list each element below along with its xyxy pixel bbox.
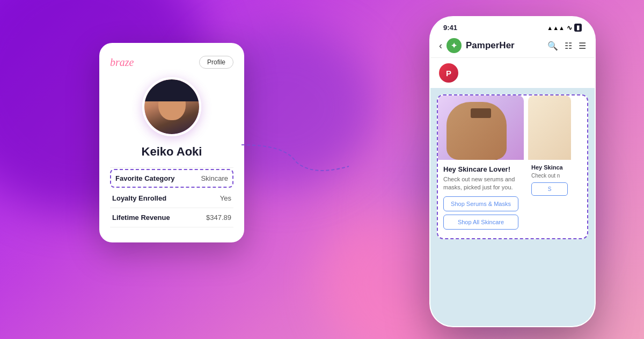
data-row-favorite-category: Favorite Category Skincare [110,169,233,188]
scene: braze Profile Keiko Aoki Favorite Catego… [0,0,644,339]
card-btn-skincare[interactable]: Shop All Skincare [443,215,518,230]
card-desc-1: Check out new serums and masks, picked j… [443,175,518,192]
signal-icon: ▲▲▲ [547,25,565,31]
status-time: 9:41 [443,24,457,32]
phone-mockup: 9:41 ▲▲▲ ∿ ▮ ‹ ✦ PamperHer 🔍 ☷ ☰ [429,16,596,327]
search-icon[interactable]: 🔍 [547,41,558,51]
status-bar: 9:41 ▲▲▲ ∿ ▮ [430,17,595,34]
card-image-1 [438,95,524,160]
row-label-favorite-category: Favorite Category [115,174,175,182]
grid-icon[interactable]: ☷ [565,41,572,51]
data-row-revenue: Lifetime Revenue $347.89 [110,208,233,227]
wifi-icon: ∿ [567,24,572,32]
avatar-container [110,77,233,136]
back-arrow-icon[interactable]: ‹ [439,40,442,51]
data-rows: Favorite Category Skincare Loyalty Enrol… [110,167,233,227]
header-icons: 🔍 ☷ ☰ [547,41,586,51]
data-row-loyalty: Loyalty Enrolled Yes [110,189,233,208]
card-btn-serums[interactable]: Shop Serums & Masks [443,196,518,211]
row-label-loyalty: Loyalty Enrolled [112,194,166,202]
app-logo-icon: ✦ [451,41,457,50]
profile-button[interactable]: Profile [199,56,233,69]
card-body-2: Hey Skinca Check out n S [528,160,571,200]
row-label-revenue: Lifetime Revenue [112,213,170,222]
card-desc-2: Check out n [531,172,568,179]
app-name: PamperHer [466,40,543,51]
card-btn-2[interactable]: S [531,182,568,196]
card-title-1: Hey Skincare Lover! [443,165,518,173]
braze-logo: braze [110,56,134,69]
avatar [142,77,201,136]
row-value-revenue: $347.89 [206,213,231,222]
card-body-1: Hey Skincare Lover! Check out new serums… [438,160,524,238]
card-image-2 [528,95,571,160]
content-card-2-partial: Hey Skinca Check out n S [528,95,571,238]
card-title-2: Hey Skinca [531,164,568,171]
highlight-box: Hey Skincare Lover! Check out new serums… [437,94,588,239]
battery-icon: ▮ [574,24,582,32]
app-logo: ✦ [447,38,462,53]
cards-row: Hey Skincare Lover! Check out new serums… [438,95,587,238]
row-value-loyalty: Yes [220,194,231,202]
user-avatar-letter: P [446,69,451,78]
content-card-1: Hey Skincare Lover! Check out new serums… [438,95,524,238]
card-header: braze Profile [110,56,233,69]
status-icons: ▲▲▲ ∿ ▮ [547,24,582,32]
hand-illustration [447,102,507,160]
user-avatar-small: P [439,63,458,83]
app-header: ‹ ✦ PamperHer 🔍 ☷ ☰ [430,34,595,58]
content-area: Hey Skincare Lover! Check out new serums… [430,88,595,326]
user-name: Keiko Aoki [110,145,233,159]
user-row: P [430,58,595,88]
menu-icon[interactable]: ☰ [579,41,586,51]
avatar-image [144,79,199,134]
phone-inner: 9:41 ▲▲▲ ∿ ▮ ‹ ✦ PamperHer 🔍 ☷ ☰ [430,17,595,326]
connector-line [241,118,349,182]
profile-card: braze Profile Keiko Aoki Favorite Catego… [99,43,244,242]
row-value-favorite-category: Skincare [201,174,228,182]
